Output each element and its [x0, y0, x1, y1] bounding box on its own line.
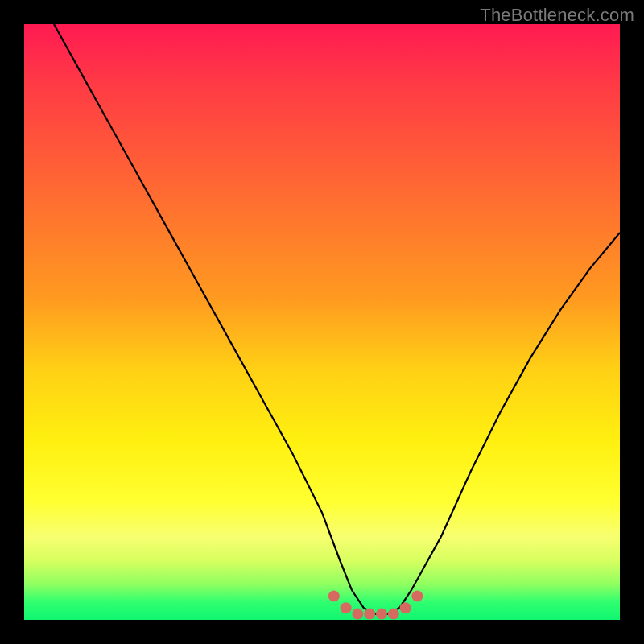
plot-area — [24, 24, 620, 620]
optimal-dot — [352, 609, 363, 620]
optimal-dot — [400, 602, 411, 613]
chart-frame: TheBottleneck.com — [0, 0, 644, 644]
optimal-dot — [376, 609, 387, 620]
optimal-dot — [341, 602, 352, 613]
watermark-text: TheBottleneck.com — [480, 5, 634, 26]
optimal-dot — [364, 609, 375, 620]
optimal-dot — [328, 590, 340, 601]
optimal-marker-dots — [24, 24, 620, 620]
optimal-dot — [411, 590, 423, 601]
optimal-dot — [388, 609, 399, 620]
